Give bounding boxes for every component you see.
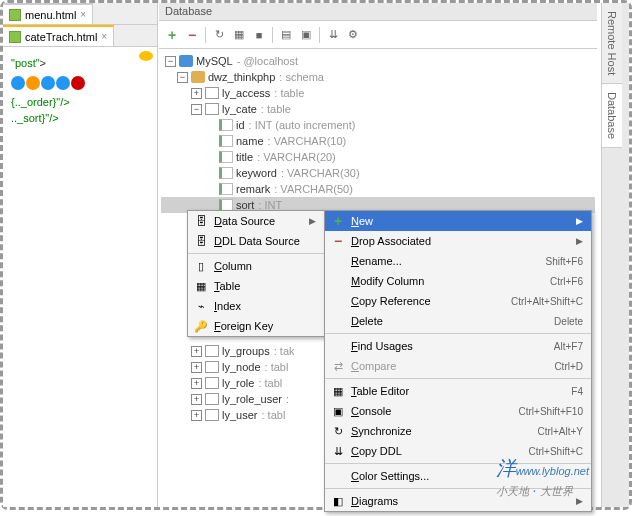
table-icon bbox=[205, 345, 219, 357]
menu-item-new[interactable]: +New▶ bbox=[325, 211, 591, 231]
close-icon[interactable]: × bbox=[101, 31, 107, 42]
tab-label: menu.html bbox=[25, 9, 76, 21]
menu-separator bbox=[325, 333, 591, 334]
safari-icon[interactable] bbox=[56, 76, 70, 90]
menu-item-column[interactable]: ▯Column bbox=[188, 256, 324, 276]
settings-icon[interactable]: ⚙ bbox=[344, 26, 362, 44]
collapse-icon[interactable]: − bbox=[191, 104, 202, 115]
col-icon: ▯ bbox=[192, 259, 210, 273]
menu-item-data-source[interactable]: 🗄Data Source▶ bbox=[188, 211, 324, 231]
tree-column[interactable]: remark: VARCHAR(50) bbox=[161, 181, 595, 197]
separator bbox=[319, 27, 320, 43]
submenu-new: 🗄Data Source▶🗄DDL Data Source▯Column▦Tab… bbox=[187, 210, 325, 337]
ie-icon[interactable] bbox=[11, 76, 25, 90]
idx-icon: ⌁ bbox=[192, 299, 210, 313]
add-button[interactable]: + bbox=[163, 26, 181, 44]
menu-item-delete[interactable]: DeleteDelete bbox=[325, 311, 591, 331]
chrome-icon[interactable] bbox=[41, 76, 55, 90]
menu-item-ddl-data-source[interactable]: 🗄DDL Data Source bbox=[188, 231, 324, 251]
blank-icon bbox=[329, 274, 347, 288]
separator bbox=[205, 27, 206, 43]
arrow-right-icon: ▶ bbox=[576, 216, 583, 226]
blank-icon bbox=[329, 314, 347, 328]
db-icon: 🗄 bbox=[192, 234, 210, 248]
blank-icon bbox=[329, 339, 347, 353]
close-icon[interactable]: × bbox=[80, 9, 86, 20]
tree-connection[interactable]: − MySQL - @localhost bbox=[161, 53, 595, 69]
table-icon bbox=[205, 87, 219, 99]
expand-icon[interactable]: + bbox=[191, 394, 202, 405]
menu-item-rename-[interactable]: Rename...Shift+F6 bbox=[325, 251, 591, 271]
column-icon bbox=[219, 151, 233, 163]
arrow-right-icon: ▶ bbox=[309, 216, 316, 226]
tree-column[interactable]: title: VARCHAR(20) bbox=[161, 149, 595, 165]
opera-icon[interactable] bbox=[71, 76, 85, 90]
editor-tabs: menu.html × bbox=[3, 3, 157, 25]
tbl-icon: ▦ bbox=[192, 279, 210, 293]
menu-item-foreign-key[interactable]: 🔑Foreign Key bbox=[188, 316, 324, 336]
remove-button[interactable]: − bbox=[183, 26, 201, 44]
tree-table[interactable]: − ly_cate : table bbox=[161, 101, 595, 117]
table-icon bbox=[205, 409, 219, 421]
tree-column[interactable]: id: INT (auto increment) bbox=[161, 117, 595, 133]
syn-icon: ↻ bbox=[329, 424, 347, 438]
plus-icon: + bbox=[329, 214, 347, 228]
stop-icon[interactable]: ■ bbox=[250, 26, 268, 44]
expand-icon[interactable]: + bbox=[191, 362, 202, 373]
tab-catetrach-html[interactable]: cateTrach.html × bbox=[3, 25, 114, 46]
menu-item-find-usages[interactable]: Find UsagesAlt+F7 bbox=[325, 336, 591, 356]
menu-item-synchronize[interactable]: ↻SynchronizeCtrl+Alt+Y bbox=[325, 421, 591, 441]
expand-icon[interactable]: + bbox=[191, 378, 202, 389]
blank-icon bbox=[329, 294, 347, 308]
tab-remote-host[interactable]: Remote Host bbox=[602, 3, 622, 84]
cmp-icon: ⇄ bbox=[329, 359, 347, 373]
code-editor[interactable]: "post"> {.._order}"/> .._sort}"/> bbox=[3, 47, 157, 135]
menu-item-drop-associated[interactable]: −Drop Associated▶ bbox=[325, 231, 591, 251]
menu-item-modify-column[interactable]: Modify ColumnCtrl+F6 bbox=[325, 271, 591, 291]
table-editor-icon[interactable]: ▤ bbox=[277, 26, 295, 44]
eye-icon[interactable] bbox=[139, 51, 153, 61]
editor-tabs-row2: cateTrach.html × bbox=[3, 25, 157, 47]
db-icon: 🗄 bbox=[192, 214, 210, 228]
arrow-right-icon: ▶ bbox=[576, 236, 583, 246]
filter-icon[interactable]: ▦ bbox=[230, 26, 248, 44]
console-icon[interactable]: ▣ bbox=[297, 26, 315, 44]
collapse-icon[interactable]: − bbox=[177, 72, 188, 83]
panel-title: Database bbox=[159, 3, 597, 21]
menu-item-console[interactable]: ▣ConsoleCtrl+Shift+F10 bbox=[325, 401, 591, 421]
html-file-icon bbox=[9, 9, 21, 21]
column-icon bbox=[219, 183, 233, 195]
expand-icon[interactable]: + bbox=[191, 88, 202, 99]
menu-separator bbox=[188, 253, 324, 254]
column-icon bbox=[219, 135, 233, 147]
menu-item-copy-reference[interactable]: Copy ReferenceCtrl+Alt+Shift+C bbox=[325, 291, 591, 311]
ddl-icon: ⇊ bbox=[329, 444, 347, 458]
tree-table[interactable]: + ly_access : table bbox=[161, 85, 595, 101]
menu-item-index[interactable]: ⌁Index bbox=[188, 296, 324, 316]
tree-schema[interactable]: − dwz_thinkphp : schema bbox=[161, 69, 595, 85]
expand-icon[interactable]: + bbox=[191, 346, 202, 357]
firefox-icon[interactable] bbox=[26, 76, 40, 90]
tab-database[interactable]: Database bbox=[602, 84, 622, 148]
collapse-icon[interactable]: − bbox=[165, 56, 176, 67]
menu-item-table-editor[interactable]: ▦Table EditorF4 bbox=[325, 381, 591, 401]
tab-menu-html[interactable]: menu.html × bbox=[3, 3, 93, 24]
schema-icon bbox=[191, 71, 205, 83]
ddl-icon[interactable]: ⇊ bbox=[324, 26, 342, 44]
editor-pane: menu.html × cateTrach.html × "post"> {..… bbox=[3, 3, 158, 507]
expand-icon[interactable]: + bbox=[191, 410, 202, 421]
browser-icons bbox=[11, 76, 149, 90]
tree-column[interactable]: keyword: VARCHAR(30) bbox=[161, 165, 595, 181]
refresh-icon[interactable]: ↻ bbox=[210, 26, 228, 44]
tbl-icon: ▦ bbox=[329, 384, 347, 398]
column-icon bbox=[219, 167, 233, 179]
tree-column[interactable]: name: VARCHAR(10) bbox=[161, 133, 595, 149]
table-icon bbox=[205, 393, 219, 405]
separator bbox=[272, 27, 273, 43]
html-file-icon bbox=[9, 31, 21, 43]
table-icon bbox=[205, 377, 219, 389]
menu-item-table[interactable]: ▦Table bbox=[188, 276, 324, 296]
dia-icon: ◧ bbox=[329, 494, 347, 508]
column-icon bbox=[219, 119, 233, 131]
db-toolbar: + − ↻ ▦ ■ ▤ ▣ ⇊ ⚙ bbox=[159, 21, 597, 49]
